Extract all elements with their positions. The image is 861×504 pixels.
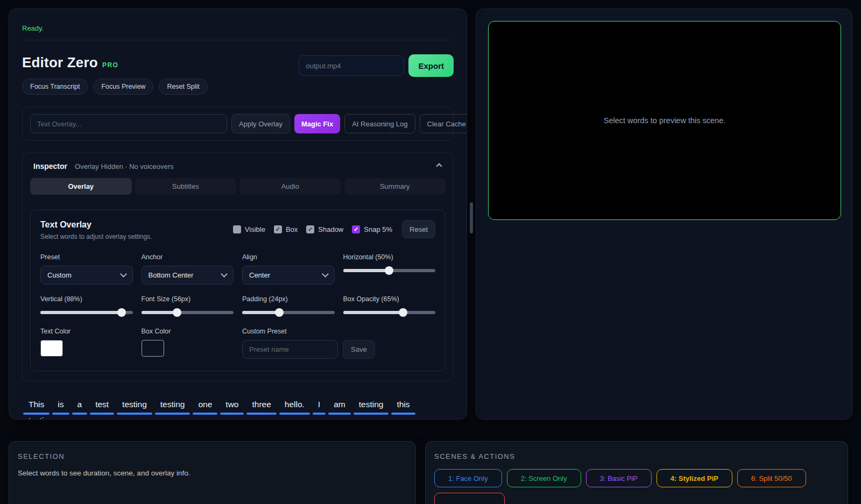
text-overlay-input[interactable] [30,114,227,133]
preset-select[interactable]: Custom [40,266,133,285]
font-size-slider[interactable] [142,308,234,317]
scene-button-1[interactable]: 1: Face Only [434,469,502,487]
page-title: Editor Zero [22,54,98,71]
save-preset-button[interactable]: Save [343,340,375,359]
scene-button-4[interactable]: 4: Stylized PiP [657,469,732,487]
box-opacity-slider[interactable] [343,308,436,317]
align-select[interactable]: Center [242,266,335,285]
word-chip[interactable]: is [52,399,69,415]
transcript-words: Thisisatesttestingtestingonetwothreehell… [22,399,454,420]
word-chip[interactable]: testing [354,399,389,415]
pro-badge: PRO [102,61,119,69]
scene-button-5[interactable]: 6: Split 50/50 [737,469,806,487]
checkbox-label: Snap 5% [364,225,392,233]
text-color-swatch[interactable] [40,340,63,357]
horizontal-slider[interactable] [343,266,436,275]
export-button[interactable]: Export [408,54,454,77]
page: Ready. Editor Zero PRO Focus TranscriptF… [0,0,861,504]
scene-buttons-row: 1: Face Only2: Screen Only3: Basic PiP4:… [434,469,839,487]
inspector-title: Inspector [33,162,67,171]
preset-label: Preset [40,253,133,261]
header-action-focus-preview[interactable]: Focus Preview [93,79,153,95]
tab-summary[interactable]: Summary [344,178,446,195]
word-chip[interactable]: test [90,399,114,415]
padding-field: Padding (24px) [242,295,335,317]
text-overlay-settings: Text Overlay Select words to adjust over… [30,210,446,371]
word-chip[interactable]: one [193,399,217,415]
preview-panel: Select words to preview this scene. [476,9,852,420]
padding-slider[interactable] [242,308,335,317]
inspector-tabs: OverlaySubtitlesAudioSummary [30,178,446,195]
tab-audio[interactable]: Audio [239,178,341,195]
word-chip[interactable]: This [23,399,50,415]
output-filename-input[interactable] [299,55,404,76]
padding-label: Padding (24px) [242,295,335,303]
inspector-status: Overlay Hidden · No voiceovers [75,162,174,171]
reset-button[interactable]: Reset [402,220,435,238]
word-chip[interactable]: testing [23,415,59,420]
word-chip[interactable]: three [246,399,276,415]
word-chip[interactable]: this [391,399,415,415]
checked-checkbox-icon: ✓ [274,225,282,233]
divider [22,40,454,40]
status-text: Ready. [22,24,454,32]
checked-checkbox-icon: ✓ [352,225,360,233]
vertical-label: Vertical (88%) [40,295,133,303]
header-action-reset-split[interactable]: Reset Split [159,79,207,95]
scene-button-2[interactable]: 2: Screen Only [507,469,581,487]
anchor-select[interactable]: Bottom Center [142,266,234,285]
selection-panel: SELECTION Select words to see duration, … [9,441,416,504]
checkbox-shadow[interactable]: ✓Shadow [306,225,343,233]
box-color-label: Box Color [142,328,234,335]
checkbox-snap-5-[interactable]: ✓Snap 5% [352,225,392,233]
word-chip[interactable]: am [328,399,351,415]
unchecked-checkbox-icon [233,225,241,233]
scenes-title: SCENES & ACTIONS [434,452,839,460]
preset-name-input[interactable] [242,340,338,359]
text-color-field: Text Color [40,328,133,359]
inspector-panel: Inspector Overlay Hidden · No voiceovers… [22,153,454,381]
anchor-label: Anchor [142,253,234,261]
scene-button-3[interactable]: 3: Basic PiP [586,469,652,487]
box-opacity-field: Box Opacity (65%) [343,295,436,317]
settings-title-block: Text Overlay Select words to adjust over… [40,220,152,240]
word-chip[interactable]: testing [117,399,152,415]
settings-subtitle: Select words to adjust overlay settings. [40,233,152,240]
word-chip[interactable]: I [313,399,326,415]
ai-reasoning-log-button[interactable]: AI Reasoning Log [344,114,415,133]
font-size-field: Font Size (56px) [142,295,234,317]
box-color-swatch[interactable] [142,340,164,357]
checkbox-box[interactable]: ✓Box [274,225,298,233]
custom-preset-field: Custom Preset Save [242,328,435,359]
bottom-row: SELECTION Select words to see duration, … [9,441,852,504]
box-opacity-label: Box Opacity (65%) [343,295,436,303]
vertical-slider[interactable] [40,308,133,317]
apply-overlay-button[interactable]: Apply Overlay [231,114,290,133]
selection-message: Select words to see duration, scene, and… [18,469,407,477]
anchor-field: Anchor Bottom Center [142,253,234,285]
inspector-header: Inspector Overlay Hidden · No voiceovers [30,161,446,171]
scenes-actions-panel: SCENES & ACTIONS 1: Face Only2: Screen O… [425,441,848,504]
overlay-toggles: Visible✓Box✓Shadow✓Snap 5%Reset [233,220,435,238]
word-chip[interactable]: a [72,399,88,415]
magic-fix-button[interactable]: Magic Fix [294,114,340,133]
video-preview[interactable]: Select words to preview this scene. [488,21,841,220]
word-chip[interactable]: hello. [279,399,310,415]
split-drag-handle[interactable] [470,202,473,233]
tab-overlay[interactable]: Overlay [30,178,132,195]
preset-field: Preset Custom [40,253,133,285]
word-chip[interactable]: testing [155,399,190,415]
checkbox-label: Box [286,225,298,233]
tab-subtitles[interactable]: Subtitles [135,178,237,195]
header-action-focus-transcript[interactable]: Focus Transcript [22,79,88,95]
checkbox-label: Visible [245,225,265,233]
editor-header: Editor Zero PRO Focus TranscriptFocus Pr… [22,54,454,95]
word-chip[interactable]: two [220,399,244,415]
horizontal-label: Horizontal (50%) [343,253,436,261]
scene-button-partial[interactable] [434,493,505,504]
preview-message: Select words to preview this scene. [604,116,725,125]
collapse-chevron-icon[interactable] [436,163,442,169]
clear-cache-button[interactable]: Clear Cache [420,114,467,133]
checkbox-visible[interactable]: Visible [233,225,265,233]
horizontal-field: Horizontal (50%) [343,253,436,285]
